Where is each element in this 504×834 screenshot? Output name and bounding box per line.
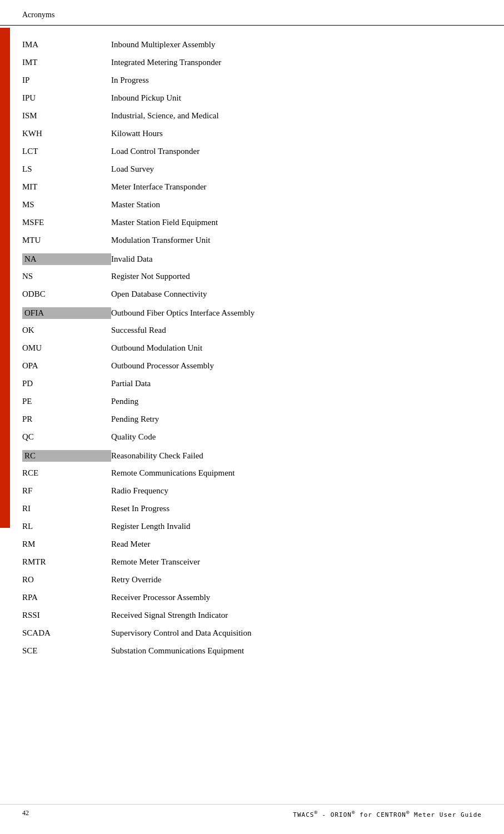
table-row: MTUModulation Transformer Unit	[22, 232, 482, 250]
abbr-cell: IPU	[22, 93, 111, 103]
abbr-cell: RMTR	[22, 557, 111, 567]
abbr-cell: MSFE	[22, 218, 111, 227]
abbr-cell: IMA	[22, 40, 111, 49]
table-row: ISMIndustrial, Science, and Medical	[22, 108, 482, 126]
abbr-cell: IP	[22, 76, 111, 85]
table-row: OKSuccessful Read	[22, 322, 482, 340]
definition-cell: In Progress	[111, 76, 482, 85]
definition-cell: Open Database Connectivity	[111, 289, 482, 299]
definition-cell: Kilowatt Hours	[111, 129, 482, 138]
table-row: MSFEMaster Station Field Equipment	[22, 214, 482, 232]
definition-cell: Inbound Multiplexer Assembly	[111, 40, 482, 49]
abbr-cell: ISM	[22, 111, 111, 121]
definition-cell: Partial Data	[111, 379, 482, 388]
abbr-cell: PD	[22, 379, 111, 388]
table-row: KWHKilowatt Hours	[22, 126, 482, 143]
definition-cell: Master Station Field Equipment	[111, 218, 482, 227]
table-row: OFIAOutbound Fiber Optics Interface Asse…	[22, 304, 482, 322]
abbr-cell: MTU	[22, 236, 111, 245]
definition-cell: Register Not Supported	[111, 272, 482, 281]
table-row: RSSIReceived Signal Strength Indicator	[22, 607, 482, 625]
document-title: TWACS® - ORION® for CENTRON® Meter User …	[293, 809, 482, 818]
definition-cell: Retry Override	[111, 575, 482, 585]
definition-cell: Successful Read	[111, 326, 482, 335]
abbr-cell: RPA	[22, 593, 111, 602]
abbr-cell: RC	[22, 450, 111, 462]
table-row: RMRead Meter	[22, 536, 482, 554]
definition-cell: Remote Meter Transceiver	[111, 557, 482, 567]
abbr-cell: PR	[22, 414, 111, 424]
definition-cell: Received Signal Strength Indicator	[111, 611, 482, 620]
table-row: RFRadio Frequency	[22, 483, 482, 501]
table-row: IMTIntegrated Metering Transponder	[22, 54, 482, 72]
table-row: RORetry Override	[22, 572, 482, 590]
definition-cell: Supervisory Control and Data Acquisition	[111, 628, 482, 638]
abbr-cell: MS	[22, 200, 111, 209]
side-tab	[0, 28, 10, 528]
acronym-table: IMAInbound Multiplexer AssemblyIMTIntegr…	[22, 37, 482, 661]
table-row: NSRegister Not Supported	[22, 268, 482, 286]
abbr-cell: RCE	[22, 468, 111, 478]
abbr-cell: RSSI	[22, 611, 111, 620]
abbr-cell: SCADA	[22, 628, 111, 638]
abbr-cell: MIT	[22, 182, 111, 192]
abbr-cell: OFIA	[22, 307, 111, 319]
table-row: MITMeter Interface Transponder	[22, 179, 482, 197]
abbr-cell: IMT	[22, 58, 111, 67]
abbr-cell: NA	[22, 253, 111, 265]
definition-cell: Radio Frequency	[111, 486, 482, 496]
definition-cell: Load Survey	[111, 164, 482, 174]
definition-cell: Register Length Invalid	[111, 522, 482, 531]
abbr-cell: RO	[22, 575, 111, 585]
abbr-cell: OPA	[22, 361, 111, 371]
abbr-cell: RM	[22, 540, 111, 549]
table-row: RIReset In Progress	[22, 501, 482, 518]
table-row: RCERemote Communications Equipment	[22, 465, 482, 483]
abbr-cell: SCE	[22, 646, 111, 656]
table-row: IPUInbound Pickup Unit	[22, 90, 482, 108]
table-row: OMUOutbound Modulation Unit	[22, 340, 482, 358]
definition-cell: Meter Interface Transponder	[111, 182, 482, 192]
table-row: ODBCOpen Database Connectivity	[22, 286, 482, 304]
footer-section: 42 TWACS® - ORION® for CENTRON® Meter Us…	[0, 804, 504, 823]
definition-cell: Modulation Transformer Unit	[111, 236, 482, 245]
abbr-cell: OK	[22, 326, 111, 335]
definition-cell: Quality Code	[111, 432, 482, 442]
definition-cell: Outbound Modulation Unit	[111, 343, 482, 353]
table-row: RCReasonability Check Failed	[22, 447, 482, 465]
table-row: MSMaster Station	[22, 197, 482, 214]
abbr-cell: LS	[22, 164, 111, 174]
definition-cell: Reset In Progress	[111, 504, 482, 513]
abbr-cell: RL	[22, 522, 111, 531]
table-row: LSLoad Survey	[22, 161, 482, 179]
definition-cell: Receiver Processor Assembly	[111, 593, 482, 602]
abbr-cell: KWH	[22, 129, 111, 138]
table-row: SCADASupervisory Control and Data Acquis…	[22, 625, 482, 643]
abbr-cell: RI	[22, 504, 111, 513]
definition-cell: Outbound Fiber Optics Interface Assembly	[111, 308, 482, 318]
definition-cell: Invalid Data	[111, 254, 482, 264]
header-section: Acronyms	[0, 0, 504, 26]
table-row: PRPending Retry	[22, 411, 482, 429]
abbr-cell: RF	[22, 486, 111, 496]
table-row: PEPending	[22, 393, 482, 411]
definition-cell: Outbound Processor Assembly	[111, 361, 482, 371]
definition-cell: Pending Retry	[111, 414, 482, 424]
abbr-cell: OMU	[22, 343, 111, 353]
table-row: RPAReceiver Processor Assembly	[22, 590, 482, 607]
definition-cell: Integrated Metering Transponder	[111, 58, 482, 67]
definition-cell: Master Station	[111, 200, 482, 209]
table-row: SCESubstation Communications Equipment	[22, 643, 482, 661]
page-header-title: Acronyms	[22, 11, 54, 19]
content-area: IMAInbound Multiplexer AssemblyIMTIntegr…	[0, 26, 504, 694]
page-number: 42	[22, 809, 29, 818]
abbr-cell: PE	[22, 397, 111, 406]
definition-cell: Substation Communications Equipment	[111, 646, 482, 656]
table-row: LCTLoad Control Transponder	[22, 143, 482, 161]
abbr-cell: NS	[22, 272, 111, 281]
definition-cell: Industrial, Science, and Medical	[111, 111, 482, 121]
table-row: RMTRRemote Meter Transceiver	[22, 554, 482, 572]
definition-cell: Load Control Transponder	[111, 147, 482, 156]
abbr-cell: LCT	[22, 147, 111, 156]
table-row: IPIn Progress	[22, 72, 482, 90]
